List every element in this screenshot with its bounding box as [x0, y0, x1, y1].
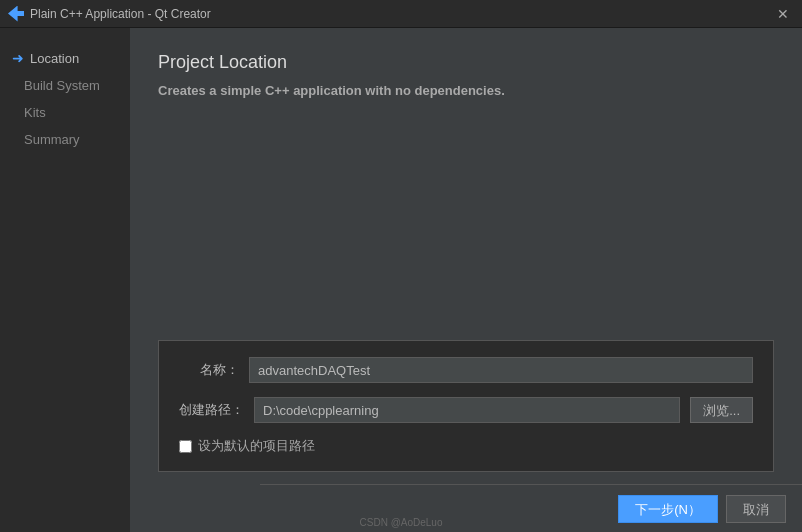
path-label: 创建路径：: [179, 401, 244, 419]
sidebar-item-label: Kits: [24, 105, 46, 120]
subtitle-prefix: Creates a simple C++ application with: [158, 83, 395, 98]
checkbox-row: 设为默认的项目路径: [179, 437, 753, 455]
content-area: Project Location Creates a simple C++ ap…: [130, 28, 802, 532]
bottom-bar: 下一步(N） 取消: [260, 484, 802, 532]
sidebar-item-label: Build System: [24, 78, 100, 93]
form-section: 名称： 创建路径： 浏览... 设为默认的项目路径: [158, 340, 774, 472]
sidebar-item-build-system[interactable]: Build System: [0, 72, 130, 99]
title-bar-left: Plain C++ Application - Qt Creator: [8, 6, 211, 22]
close-button[interactable]: ✕: [772, 3, 794, 25]
watermark: CSDN @AoDeLuo: [360, 517, 443, 528]
browse-button[interactable]: 浏览...: [690, 397, 753, 423]
page-title: Project Location: [158, 52, 774, 73]
title-bar: Plain C++ Application - Qt Creator ✕: [0, 0, 802, 28]
sidebar-item-kits[interactable]: Kits: [0, 99, 130, 126]
subtitle-highlight: no dependencies: [395, 83, 501, 98]
sidebar-item-location[interactable]: ➜ Location: [0, 44, 130, 72]
path-row: 创建路径： 浏览...: [179, 397, 753, 423]
default-path-label[interactable]: 设为默认的项目路径: [198, 437, 315, 455]
sidebar-item-label: Summary: [24, 132, 80, 147]
content-description: Creates a simple C++ application with no…: [158, 83, 774, 98]
app-icon: [8, 6, 24, 22]
subtitle-suffix: .: [501, 83, 505, 98]
next-button[interactable]: 下一步(N）: [618, 495, 718, 523]
sidebar-item-summary[interactable]: Summary: [0, 126, 130, 153]
name-row: 名称：: [179, 357, 753, 383]
default-path-checkbox[interactable]: [179, 440, 192, 453]
arrow-icon: ➜: [12, 50, 24, 66]
dialog-body: ➜ Location Build System Kits Summary Pro…: [0, 28, 802, 532]
title-bar-text: Plain C++ Application - Qt Creator: [30, 7, 211, 21]
sidebar-item-label: Location: [30, 51, 79, 66]
name-input[interactable]: [249, 357, 753, 383]
name-label: 名称：: [179, 361, 239, 379]
sidebar: ➜ Location Build System Kits Summary: [0, 28, 130, 532]
path-input[interactable]: [254, 397, 680, 423]
cancel-button[interactable]: 取消: [726, 495, 786, 523]
